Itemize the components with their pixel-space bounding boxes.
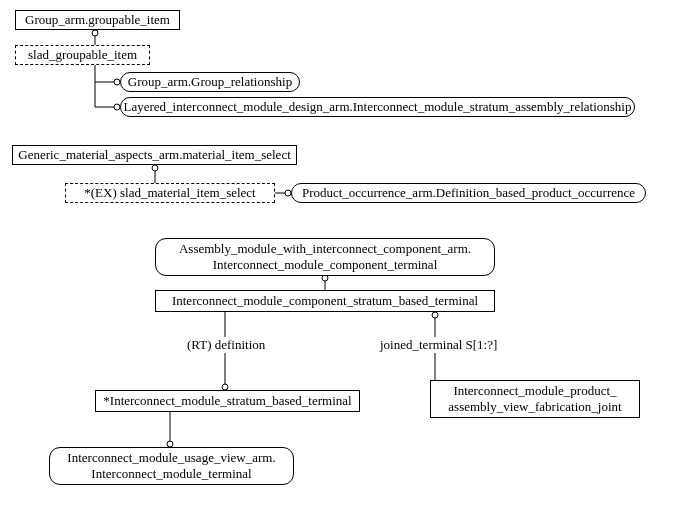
node-label: Layered_interconnect_module_design_arm.I…: [124, 99, 632, 115]
edge-label-joined-terminal: joined_terminal S[1:?]: [378, 337, 499, 353]
node-product-occurrence: Product_occurrence_arm.Definition_based_…: [291, 183, 646, 203]
node-label: Group_arm.groupable_item: [25, 12, 170, 28]
node-icm-component-stratum-terminal: Interconnect_module_component_stratum_ba…: [155, 290, 495, 312]
edge-label-rt-definition: (RT) definition: [185, 337, 267, 353]
node-label: Generic_material_aspects_arm.material_it…: [18, 147, 291, 163]
node-layered-interconnect: Layered_interconnect_module_design_arm.I…: [120, 97, 635, 117]
svg-point-1: [92, 30, 98, 36]
node-label: Product_occurrence_arm.Definition_based_…: [302, 185, 635, 201]
node-label-line1: Assembly_module_with_interconnect_compon…: [179, 241, 471, 257]
node-generic-material-aspects: Generic_material_aspects_arm.material_it…: [12, 145, 297, 165]
node-assembly-module-terminal: Assembly_module_with_interconnect_compon…: [155, 238, 495, 276]
node-label-line1: Interconnect_module_usage_view_arm.: [67, 450, 275, 466]
node-icm-usage-view: Interconnect_module_usage_view_arm. Inte…: [49, 447, 294, 485]
node-group-arm-groupable-item: Group_arm.groupable_item: [15, 10, 180, 30]
node-label: slad_groupable_item: [28, 47, 137, 63]
node-label: *(EX) slad_material_item_select: [84, 185, 255, 201]
svg-point-16: [432, 312, 438, 318]
edge-label-text: joined_terminal S[1:?]: [380, 337, 497, 352]
svg-point-8: [152, 165, 158, 171]
node-label-line2: Interconnect_module_terminal: [91, 466, 251, 482]
edge-label-text: (RT) definition: [187, 337, 265, 352]
node-group-arm-group-relationship: Group_arm.Group_relationship: [120, 72, 300, 92]
node-slad-groupable-item: slad_groupable_item: [15, 45, 150, 65]
node-label-line2: Interconnect_module_component_terminal: [213, 257, 438, 273]
node-label: Group_arm.Group_relationship: [128, 74, 292, 90]
node-icm-product-joint: Interconnect_module_product_ assembly_vi…: [430, 380, 640, 418]
node-label-line2: assembly_view_fabrication_joint: [448, 399, 621, 415]
node-slad-material-item-select: *(EX) slad_material_item_select: [65, 183, 275, 203]
node-icm-stratum-based-terminal: *Interconnect_module_stratum_based_termi…: [95, 390, 360, 412]
node-label: *Interconnect_module_stratum_based_termi…: [103, 393, 351, 409]
node-label-line1: Interconnect_module_product_: [453, 383, 616, 399]
node-label: Interconnect_module_component_stratum_ba…: [172, 293, 478, 309]
